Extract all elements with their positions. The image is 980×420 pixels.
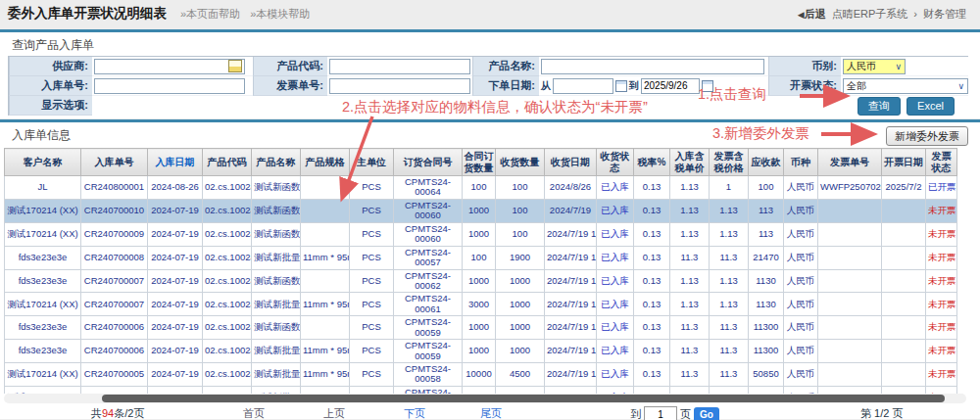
column-header: 入库含税单价: [670, 149, 710, 176]
table-row[interactable]: fds3e23e3eCR2407000072024-07-1902.cs.100…: [5, 269, 957, 293]
search-button[interactable]: 查询: [858, 97, 901, 116]
grid-panel-title: 入库单信息: [12, 127, 71, 144]
excel-button[interactable]: Excel: [906, 97, 955, 116]
order-date-label: 下单日期:: [472, 76, 539, 96]
date-to-input[interactable]: [641, 78, 700, 94]
goto-page: 到 页 Go: [630, 406, 719, 420]
column-header: 税率%: [634, 149, 670, 176]
column-header: 产品代码: [203, 149, 252, 176]
invoice-no-label: 发票单号:: [253, 76, 327, 96]
column-header: 产品名称: [252, 149, 301, 176]
date-from-label: 从: [541, 79, 551, 93]
date-to-label: 到: [629, 79, 639, 93]
back-arrow-icon: ◀: [798, 10, 805, 20]
breadcrumb-separator: ›: [913, 8, 917, 20]
horizontal-scrollbar: [4, 394, 966, 403]
product-name-input[interactable]: [541, 59, 764, 74]
scrollbar-thumb[interactable]: [102, 395, 945, 402]
breadcrumb-section[interactable]: 财务管理: [923, 7, 966, 22]
add-outsourced-invoice-button[interactable]: 新增委外发票: [886, 126, 968, 146]
column-header[interactable]: 入库日期: [148, 149, 203, 176]
column-header: 收货数量: [496, 149, 545, 176]
grid-table: 客户名称入库单号入库日期产品代码产品名称产品规格主单位订货合同号合同订货数量收货…: [4, 148, 957, 394]
goto-suffix: 页: [680, 407, 691, 420]
page: 委外入库单开票状况明细表 »本页面帮助 »本模块帮助 ◀后退 点晴ERP子系统 …: [0, 0, 980, 420]
product-code-label: 产品代码:: [253, 57, 327, 76]
query-panel-title: 查询产品入库单: [12, 37, 94, 54]
prev-page-link[interactable]: 上页: [323, 406, 345, 420]
chevron-down-icon: ∨: [895, 62, 902, 71]
page-help-link[interactable]: »本页面帮助: [180, 7, 240, 22]
last-page-link[interactable]: 尾页: [480, 406, 502, 420]
product-code-input[interactable]: [329, 59, 470, 74]
table-row[interactable]: 测试170214 (XX)CR2407000102024-07-1902.cs.…: [5, 199, 957, 222]
table-row[interactable]: JLCR2408000012024-08-2602.cs.100241测试新函数…: [5, 176, 957, 200]
table-row[interactable]: 测试170214 (XX)CR2407000092024-07-1902.cs.…: [5, 222, 957, 246]
table-row[interactable]: fds3e23e3eCR2407000082024-07-1902.cs.100…: [5, 246, 957, 269]
pagination: 共94条/2页 首页 上页 下页 尾页 到 页 Go 第 1/2 页: [0, 405, 980, 420]
table-row[interactable]: 测试170214 (XX)CR2407000072024-07-1902.cs.…: [5, 293, 957, 316]
back-button[interactable]: ◀后退: [798, 7, 826, 22]
column-header: 入库单号: [81, 149, 148, 176]
invoice-status-label: 开票状态:: [768, 76, 841, 96]
supplier-input[interactable]: [94, 59, 245, 74]
page-number-input[interactable]: [644, 406, 677, 420]
module-help-link[interactable]: »本模块帮助: [250, 7, 310, 22]
top-bar: 委外入库单开票状况明细表 »本页面帮助 »本模块帮助 ◀后退 点晴ERP子系统 …: [0, 0, 980, 27]
calendar-icon[interactable]: [615, 80, 627, 92]
go-button[interactable]: Go: [694, 407, 719, 420]
column-header: 收货状态: [597, 149, 634, 176]
table-row[interactable]: 测试170214 (XX)CR2407000042024-07-1902.cs.…: [5, 386, 957, 394]
column-header: 发票单号: [818, 149, 882, 176]
column-header: 合同订货数量: [463, 149, 496, 176]
first-page-link[interactable]: 首页: [243, 406, 265, 420]
receipt-no-label: 入库单号:: [9, 76, 92, 96]
date-from-input[interactable]: [553, 78, 613, 94]
annotation-step3: 3.新增委外发票: [712, 124, 809, 143]
column-header: 主单位: [350, 149, 394, 176]
column-header: 开票日期: [882, 149, 926, 176]
page-info: 第 1/2 页: [860, 406, 903, 420]
receipt-table-wrap: 客户名称入库单号入库日期产品代码产品名称产品规格主单位订货合同号合同订货数量收货…: [4, 148, 966, 394]
invoice-no-input[interactable]: [329, 78, 470, 94]
receipt-list-panel: 入库单信息 新增委外发票 客户名称入库单号入库日期产品代码产品名称产品规格主单位…: [0, 119, 980, 419]
table-row[interactable]: 测试170214 (XX)CR2407000052024-07-1902.cs.…: [5, 363, 957, 387]
column-header: 客户名称: [5, 149, 81, 176]
supplier-label: 供应商:: [9, 57, 92, 76]
page-title: 委外入库单开票状况明细表: [8, 5, 167, 23]
goto-prefix: 到: [630, 407, 641, 420]
annotation-step2: 2.点击选择对应的物料信息，确认状态为“未开票”: [342, 98, 648, 117]
column-header: 发票状态: [926, 149, 957, 176]
invoice-status-select[interactable]: 全部∨: [843, 78, 968, 94]
column-header: 收货日期: [545, 149, 597, 176]
annotation-step1: 1.点击查询: [698, 85, 766, 104]
table-row[interactable]: fds3e23e3eCR2407000062024-07-1902.cs.100…: [5, 316, 957, 340]
help-links: »本页面帮助 »本模块帮助: [180, 7, 310, 22]
column-header: 产品规格: [301, 149, 350, 176]
next-page-link[interactable]: 下页: [404, 406, 425, 420]
display-options-label: 显示选项:: [9, 96, 92, 116]
currency-label: 币别:: [768, 57, 841, 76]
receipt-no-input[interactable]: [94, 78, 245, 94]
column-header: 应收款: [749, 149, 784, 176]
supplier-picker-icon[interactable]: [228, 60, 242, 72]
column-header: 币种: [784, 149, 818, 176]
breadcrumb-app[interactable]: 点晴ERP子系统: [832, 7, 908, 22]
column-header: 订货合同号: [394, 149, 463, 176]
table-row[interactable]: fds3e23e3eCR2407000062024-07-1902.cs.100…: [5, 340, 957, 363]
total-count: 共94条/2页: [91, 406, 144, 420]
currency-select[interactable]: 人民币∨: [843, 59, 906, 74]
chevron-down-icon: ∨: [957, 81, 964, 91]
column-header: 发票含税价格: [710, 149, 749, 176]
breadcrumb: ◀后退 点晴ERP子系统 › 财务管理: [798, 7, 966, 22]
product-name-label: 产品名称:: [472, 57, 539, 76]
